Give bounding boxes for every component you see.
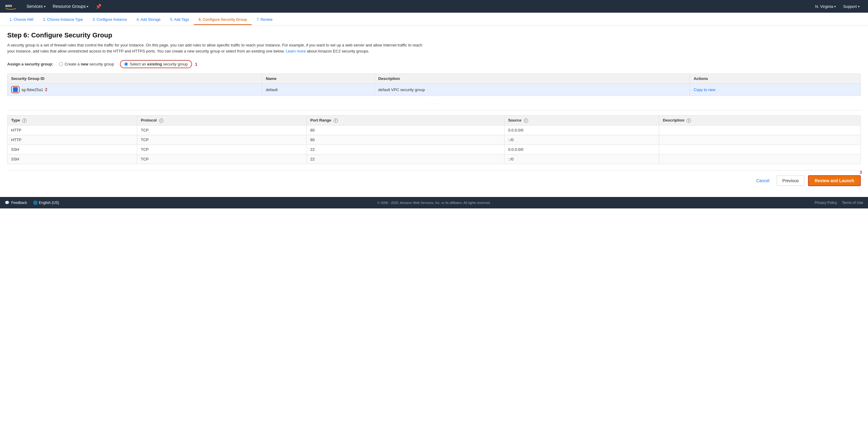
terms-of-use-link[interactable]: Terms of Use — [842, 201, 863, 205]
learn-more-link[interactable]: Learn more — [286, 49, 306, 53]
col-header-protocol: Protocol i — [137, 116, 307, 125]
sg-id-value: sg-fbbe25a1 — [22, 87, 43, 92]
globe-icon: 🌐 — [33, 201, 38, 205]
aws-logo[interactable]: aws — [5, 2, 17, 10]
table-row[interactable]: sg-fbbe25a1 2 default default VPC securi… — [7, 84, 861, 96]
security-group-table: Security Group ID Name Description Actio… — [7, 74, 861, 96]
table-row: SSH TCP 22 ::/0 — [7, 154, 861, 164]
page-description: A security group is a set of firewall ru… — [7, 42, 429, 54]
desc-info-icon[interactable]: i — [687, 119, 691, 123]
col-header-source: Source i — [504, 116, 659, 125]
table-row: HTTP TCP 80 0.0.0.0/0 — [7, 125, 861, 135]
region-chevron-icon: ▾ — [834, 5, 836, 8]
top-navigation: aws Services ▾ Resource Groups ▾ 📌 N. Vi… — [0, 0, 868, 13]
footer: 💬 Feedback 🌐 English (US) © 2008 - 2020,… — [0, 197, 868, 208]
region-menu[interactable]: N. Virginia ▾ — [812, 0, 840, 13]
rule-desc — [659, 135, 861, 145]
tab-add-tags[interactable]: 5. Add Tags — [165, 15, 194, 25]
col-header-desc: Description i — [659, 116, 861, 125]
tab-configure-instance[interactable]: 3. Configure Instance — [88, 15, 132, 25]
source-info-icon[interactable]: i — [524, 119, 528, 123]
annotation-1: 1 — [195, 62, 197, 67]
rule-desc — [659, 154, 861, 164]
table-row: HTTP TCP 80 ::/0 — [7, 135, 861, 145]
rule-desc — [659, 145, 861, 154]
page-title: Step 6: Configure Security Group — [7, 31, 861, 39]
rule-source: ::/0 — [504, 135, 659, 145]
rules-table: Type i Protocol i Port Range i Source i … — [7, 115, 861, 164]
select-existing-radio[interactable] — [124, 62, 128, 66]
tab-review[interactable]: 7. Review — [252, 15, 277, 25]
services-menu[interactable]: Services ▾ — [23, 0, 49, 13]
rule-desc — [659, 125, 861, 135]
rule-source: ::/0 — [504, 154, 659, 164]
sg-description-cell: default VPC security group — [375, 84, 690, 96]
feedback-button[interactable]: 💬 Feedback — [5, 201, 27, 205]
annotation-3: 3 — [860, 170, 862, 175]
copyright-text: © 2008 - 2020, Amazon Web Services, Inc.… — [377, 201, 491, 205]
col-header-name: Name — [262, 74, 375, 84]
rule-port: 22 — [307, 145, 504, 154]
support-menu[interactable]: Support ▾ — [839, 0, 863, 13]
type-info-icon[interactable]: i — [22, 119, 27, 123]
sg-actions-cell: Copy to new — [690, 84, 861, 96]
sg-id-cell: sg-fbbe25a1 2 — [7, 84, 262, 96]
rule-protocol: TCP — [137, 145, 307, 154]
col-header-sg-id: Security Group ID — [7, 74, 262, 84]
rule-type: HTTP — [7, 135, 137, 145]
rule-type: HTTP — [7, 125, 137, 135]
resource-groups-chevron-icon: ▾ — [87, 5, 88, 8]
select-existing-option[interactable]: Select an existing security group — [124, 62, 187, 66]
right-nav: N. Virginia ▾ Support ▾ — [812, 0, 863, 13]
protocol-info-icon[interactable]: i — [159, 119, 163, 123]
rule-source: 0.0.0.0/0 — [504, 145, 659, 154]
footer-links: Privacy Policy Terms of Use — [815, 201, 863, 205]
feedback-icon: 💬 — [5, 201, 9, 205]
resource-groups-menu[interactable]: Resource Groups ▾ — [49, 0, 92, 13]
support-chevron-icon: ▾ — [858, 5, 860, 8]
rule-protocol: TCP — [137, 135, 307, 145]
port-info-icon[interactable]: i — [334, 119, 338, 123]
col-header-actions: Actions — [690, 74, 861, 84]
rule-port: 80 — [307, 125, 504, 135]
assign-security-group: Assign a security group: Create a new se… — [7, 60, 861, 68]
col-header-description: Description — [375, 74, 690, 84]
pin-icon[interactable]: 📌 — [92, 4, 105, 9]
services-chevron-icon: ▾ — [44, 5, 45, 8]
svg-text:aws: aws — [5, 4, 12, 8]
rule-port: 80 — [307, 135, 504, 145]
rule-protocol: TCP — [137, 154, 307, 164]
sg-checkbox-wrapper — [11, 86, 20, 93]
rule-type: SSH — [7, 145, 137, 154]
rule-source: 0.0.0.0/0 — [504, 125, 659, 135]
privacy-policy-link[interactable]: Privacy Policy — [815, 201, 837, 205]
table-row: SSH TCP 22 0.0.0.0/0 — [7, 145, 861, 154]
rule-type: SSH — [7, 154, 137, 164]
tab-choose-instance[interactable]: 2. Choose Instance Type — [38, 15, 88, 25]
bottom-actions: Cancel Previous 3 Review and Launch — [7, 170, 861, 191]
review-and-launch-button[interactable]: Review and Launch — [808, 175, 861, 186]
create-new-option[interactable]: Create a new security group — [59, 62, 114, 66]
tab-configure-security[interactable]: 6. Configure Security Group — [194, 15, 252, 25]
annotation-2: 2 — [45, 87, 47, 92]
divider-dots: · · · — [7, 102, 861, 105]
review-button-wrapper: 3 Review and Launch — [808, 175, 861, 186]
existing-option-wrapper: Select an existing security group — [120, 60, 192, 68]
tab-choose-ami[interactable]: 1. Choose AMI — [5, 15, 38, 25]
create-new-radio[interactable] — [59, 62, 63, 66]
sg-checkbox-icon — [13, 87, 18, 92]
main-content: Step 6: Configure Security Group A secur… — [0, 25, 868, 197]
language-selector[interactable]: 🌐 English (US) — [33, 201, 59, 205]
assign-label: Assign a security group: — [7, 62, 53, 66]
rule-protocol: TCP — [137, 125, 307, 135]
col-header-port-range: Port Range i — [307, 116, 504, 125]
cancel-button[interactable]: Cancel — [752, 176, 773, 185]
sg-name-cell: default — [262, 84, 375, 96]
copy-to-new-link[interactable]: Copy to new — [693, 87, 715, 92]
previous-button[interactable]: Previous — [777, 176, 804, 186]
col-header-type: Type i — [7, 116, 137, 125]
wizard-tabs: 1. Choose AMI 2. Choose Instance Type 3.… — [0, 13, 868, 25]
rule-port: 22 — [307, 154, 504, 164]
tab-add-storage[interactable]: 4. Add Storage — [132, 15, 165, 25]
